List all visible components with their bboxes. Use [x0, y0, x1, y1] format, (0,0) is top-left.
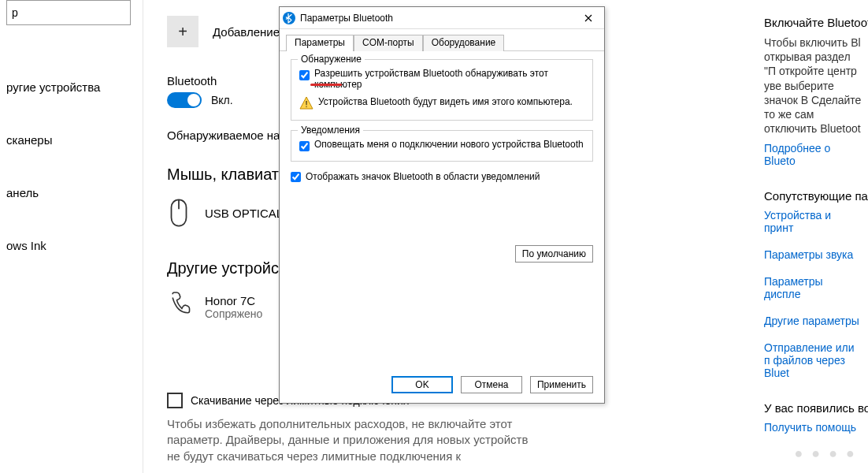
add-device-label: Добавление: [213, 25, 280, 39]
settings-search[interactable]: [6, 0, 131, 25]
help-heading-turn-on: Включайте Bluetoot: [764, 16, 862, 29]
help-heading-questions: У вас появились во: [764, 401, 862, 415]
dialog-buttons: OK Отмена Применить: [280, 368, 604, 403]
close-icon: [584, 14, 592, 22]
dialog-body: Обнаружение Разрешить устройствам Blueto…: [280, 51, 604, 368]
sidebar-item-other-devices[interactable]: ругие устройства: [0, 73, 143, 102]
tab-com-ports[interactable]: COM-порты: [354, 35, 423, 51]
tab-hardware[interactable]: Оборудование: [423, 35, 505, 51]
bluetooth-toggle[interactable]: [167, 92, 202, 108]
link-more-bluetooth[interactable]: Подробнее о Blueto: [764, 142, 862, 167]
notifications-legend: Уведомления: [298, 125, 363, 136]
annotation-underline: [310, 84, 342, 86]
help-panel: Включайте Bluetoot Чтобы включить Bl отк…: [758, 0, 868, 473]
bluetooth-settings-dialog: Параметры Bluetooth Параметры COM-порты …: [279, 6, 605, 404]
sidebar-item-scanners[interactable]: сканеры: [0, 125, 143, 155]
link-other-settings[interactable]: Другие параметры: [764, 315, 862, 327]
device-status: Сопряжено: [205, 307, 262, 320]
sidebar-item-panel[interactable]: анель: [0, 178, 143, 207]
warning-icon: !: [299, 96, 313, 110]
link-sound-settings[interactable]: Параметры звука: [764, 248, 862, 261]
dialog-titlebar[interactable]: Параметры Bluetooth: [280, 7, 604, 29]
tray-checkbox-label: Отображать значок Bluetooth в области ув…: [306, 171, 540, 182]
discovery-checkbox-row[interactable]: Разрешить устройствам Bluetooth обнаружи…: [299, 68, 584, 90]
discovery-checkbox[interactable]: [299, 70, 310, 80]
tray-checkbox-row[interactable]: Отображать значок Bluetooth в области ув…: [291, 171, 593, 182]
device-name: USB OPTICAL: [205, 207, 283, 220]
sidebar-item-windows-ink[interactable]: ows Ink: [0, 231, 143, 260]
bluetooth-icon: [283, 12, 295, 24]
discovery-group: Обнаружение Разрешить устройствам Blueto…: [291, 59, 593, 121]
link-devices-printers[interactable]: Устройства и принт: [764, 209, 862, 234]
defaults-button[interactable]: По умолчанию: [515, 245, 593, 263]
notify-checkbox[interactable]: [299, 141, 310, 151]
phone-icon: [167, 292, 191, 322]
search-input[interactable]: [12, 6, 150, 19]
help-text: Чтобы включить Bl открывая раздел "П отк…: [764, 35, 862, 136]
ok-button[interactable]: OK: [391, 376, 453, 393]
cancel-button[interactable]: Отмена: [461, 376, 522, 393]
svg-text:!: !: [305, 99, 307, 109]
settings-sidebar: ругие устройства сканеры анель ows Ink: [0, 0, 143, 473]
watermark: ● ● ● ●: [795, 445, 858, 462]
link-display-settings[interactable]: Параметры диспле: [764, 275, 862, 300]
help-heading-related: Сопутствующие пар: [764, 189, 862, 203]
link-send-receive-bluetooth[interactable]: Отправление или п файлов через Bluet: [764, 341, 862, 379]
discovery-warning-text: Устройства Bluetooth будут видеть имя эт…: [318, 96, 573, 107]
discovery-legend: Обнаружение: [298, 54, 365, 65]
metered-description: Чтобы избежать дополнительных расходов, …: [167, 416, 529, 464]
discovery-checkbox-label: Разрешить устройствам Bluetooth обнаружи…: [314, 68, 584, 90]
apply-button[interactable]: Применить: [530, 376, 593, 393]
dialog-tabs: Параметры COM-порты Оборудование: [280, 31, 604, 51]
close-button[interactable]: [576, 9, 601, 28]
tray-checkbox[interactable]: [291, 172, 301, 182]
notifications-group: Уведомления Оповещать меня о подключении…: [291, 130, 593, 162]
bluetooth-toggle-state: Вкл.: [211, 94, 233, 106]
device-name: Honor 7C: [205, 294, 262, 307]
checkbox-icon[interactable]: [167, 393, 183, 408]
mouse-icon: [167, 198, 191, 228]
plus-icon: +: [167, 16, 198, 47]
notify-checkbox-label: Оповещать меня о подключении нового устр…: [314, 139, 584, 150]
link-get-help[interactable]: Получить помощь: [764, 421, 862, 434]
notify-checkbox-row[interactable]: Оповещать меня о подключении нового устр…: [299, 139, 584, 151]
dialog-title: Параметры Bluetooth: [300, 13, 393, 24]
discovery-warning: ! Устройства Bluetooth будут видеть имя …: [299, 96, 584, 110]
tab-parameters[interactable]: Параметры: [286, 35, 354, 51]
